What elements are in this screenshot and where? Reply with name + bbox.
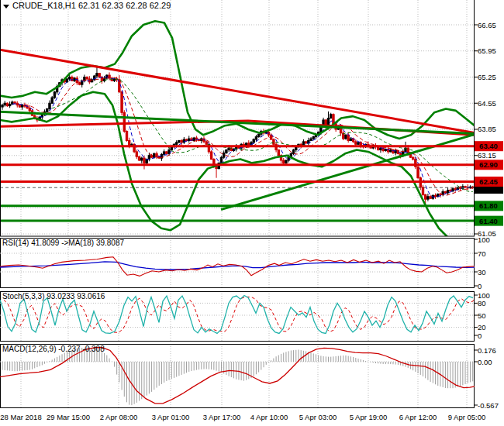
candle xyxy=(305,142,306,143)
candle xyxy=(71,77,73,81)
stoch-main-line xyxy=(0,296,473,334)
candle xyxy=(255,137,257,139)
panel-separator[interactable] xyxy=(0,288,475,291)
candle xyxy=(220,157,222,163)
symbol-dropdown-icon[interactable] xyxy=(3,5,9,9)
candle xyxy=(427,197,429,199)
macd-label: MACD(12,26,9) -0.237 -0.308 xyxy=(2,345,105,353)
candle xyxy=(452,189,454,191)
candle xyxy=(257,134,259,136)
candle xyxy=(154,153,155,157)
candle xyxy=(444,192,446,193)
candle xyxy=(141,158,143,160)
candle xyxy=(96,74,98,76)
candle xyxy=(47,108,48,112)
candle xyxy=(6,103,8,105)
candle xyxy=(273,139,274,144)
candle xyxy=(459,187,461,188)
candle xyxy=(78,83,80,84)
candle xyxy=(417,167,419,177)
rsi-label: RSI(14) 41.8099 ->MA(18) 39.8087 xyxy=(2,239,124,247)
candle xyxy=(193,138,195,140)
candle xyxy=(350,139,351,140)
candle xyxy=(360,143,361,146)
candle xyxy=(454,189,456,190)
candle xyxy=(292,150,294,154)
candle xyxy=(380,148,381,149)
candle xyxy=(16,103,18,105)
candle xyxy=(98,74,100,77)
candle xyxy=(9,105,10,106)
candle xyxy=(185,139,187,140)
candle xyxy=(181,140,182,142)
candle xyxy=(253,139,254,143)
main-panel-border xyxy=(1,0,475,236)
candle xyxy=(285,160,287,163)
rsi-line xyxy=(0,257,475,277)
candle xyxy=(19,105,20,107)
candle xyxy=(357,143,359,144)
symbol-title: CRUDE_K18,H1 62.31 62.33 62.28 62.29 xyxy=(12,1,171,10)
candle xyxy=(223,153,224,157)
panel-separator[interactable] xyxy=(0,342,475,344)
trading-chart-window: 66.6565.9565.2564.5563.8563.1561.0562.29… xyxy=(0,0,504,426)
stoch-label: Stoch(5,3,3) 93.0233 93.0616 xyxy=(2,292,105,301)
candle xyxy=(171,147,172,150)
price-axis[interactable] xyxy=(475,0,504,409)
candle xyxy=(113,79,115,81)
candle xyxy=(226,150,227,153)
candle xyxy=(205,142,207,144)
candle xyxy=(66,79,67,82)
candle xyxy=(176,143,178,144)
candle xyxy=(330,115,332,119)
candle xyxy=(158,156,160,158)
time-axis[interactable] xyxy=(0,409,504,426)
candle xyxy=(210,152,212,160)
candle xyxy=(278,150,279,156)
candle xyxy=(54,92,55,98)
candle xyxy=(188,139,190,140)
candle xyxy=(333,115,334,124)
chart-canvas[interactable]: 66.6565.9565.2564.5563.8563.1561.0562.29… xyxy=(0,0,504,426)
main-plot-layer xyxy=(0,21,504,247)
candle xyxy=(447,191,448,193)
candle xyxy=(49,103,50,108)
candle xyxy=(450,191,451,191)
candle xyxy=(123,112,125,131)
candle xyxy=(434,195,436,196)
candle xyxy=(312,137,314,139)
candle xyxy=(295,147,297,150)
candle xyxy=(166,152,167,153)
candle xyxy=(178,140,180,142)
candle xyxy=(2,105,3,107)
candle xyxy=(422,187,423,195)
candle xyxy=(143,158,145,163)
candle xyxy=(4,103,5,105)
candle xyxy=(425,194,426,199)
candle xyxy=(150,156,152,157)
indicator-panel-border xyxy=(1,345,475,408)
candle xyxy=(136,152,137,156)
candle xyxy=(68,77,70,78)
candle xyxy=(51,98,53,103)
candle xyxy=(345,135,347,139)
candle xyxy=(86,77,88,78)
candle xyxy=(430,197,431,198)
trendline xyxy=(221,125,504,209)
candle xyxy=(126,131,127,140)
panel-separator[interactable] xyxy=(0,236,475,238)
candle xyxy=(14,102,16,103)
candle xyxy=(283,160,285,163)
candle xyxy=(21,105,22,107)
candle xyxy=(29,108,30,111)
candle xyxy=(228,148,230,149)
candle xyxy=(156,153,157,156)
candle xyxy=(138,156,140,160)
candle xyxy=(121,92,123,113)
candle xyxy=(412,157,413,159)
candle xyxy=(163,152,164,154)
candle xyxy=(148,156,150,160)
candle xyxy=(355,142,357,144)
candle xyxy=(310,139,312,140)
candle xyxy=(216,167,217,168)
